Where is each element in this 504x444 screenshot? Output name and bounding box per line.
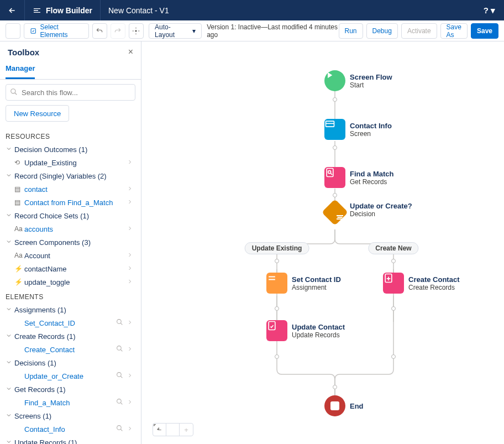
settings-button[interactable] bbox=[129, 23, 144, 39]
tree-item[interactable]: Contact_Info bbox=[6, 422, 135, 436]
node-start[interactable]: Screen Flow Start bbox=[324, 70, 392, 91]
select-elements-button[interactable]: Select Elements bbox=[24, 23, 89, 39]
debug-button[interactable]: Debug bbox=[366, 23, 398, 39]
toolbox-panel: Toolbox × Manager New Resource RESOURCES… bbox=[0, 41, 141, 444]
chevron-right-icon[interactable] bbox=[127, 158, 135, 167]
save-button[interactable]: Save bbox=[471, 23, 498, 39]
layout-mode-dropdown[interactable]: Auto-Layout ▾ bbox=[149, 23, 202, 39]
svg-point-8 bbox=[117, 399, 122, 404]
save-as-button[interactable]: Save As bbox=[440, 23, 468, 39]
back-button[interactable] bbox=[0, 0, 24, 20]
svg-rect-11 bbox=[326, 121, 334, 127]
tab-manager[interactable]: Manager bbox=[6, 59, 35, 79]
create-records-icon bbox=[383, 273, 404, 294]
tree-group[interactable]: Decision Outcomes (1) bbox=[6, 143, 135, 156]
assignment-icon bbox=[266, 273, 287, 294]
chevron-right-icon[interactable] bbox=[127, 318, 135, 327]
svg-rect-14 bbox=[269, 322, 275, 330]
tree-item[interactable]: Find_a_Match bbox=[6, 396, 135, 409]
chevron-right-icon[interactable] bbox=[127, 198, 135, 207]
node-contact-info[interactable]: Contact Info Screen bbox=[324, 119, 392, 140]
flow-name: New Contact - V1 bbox=[101, 6, 177, 15]
elements-tree: Assignments (1)Set_Contact_IDCreate Reco… bbox=[6, 303, 135, 444]
chevron-right-icon[interactable] bbox=[127, 251, 135, 260]
svg-point-3 bbox=[135, 30, 138, 32]
branch-label-update[interactable]: Update Existing bbox=[245, 242, 309, 254]
tree-item[interactable]: ⚡update_toggle bbox=[6, 275, 135, 289]
chevron-right-icon[interactable] bbox=[127, 345, 135, 354]
chevron-right-icon[interactable] bbox=[127, 372, 135, 380]
tree-item[interactable]: Aaaccounts bbox=[6, 222, 135, 236]
svg-point-9 bbox=[117, 426, 122, 430]
tree-item[interactable]: ▤contact bbox=[6, 182, 135, 196]
tree-item[interactable]: Set_Contact_ID bbox=[6, 316, 135, 330]
locate-icon[interactable] bbox=[116, 345, 123, 354]
svg-point-7 bbox=[117, 373, 122, 377]
svg-point-5 bbox=[117, 320, 122, 324]
tree-item[interactable]: Update_or_Create bbox=[6, 369, 135, 383]
decision-icon bbox=[322, 199, 348, 226]
tree-group[interactable]: Assignments (1) bbox=[6, 303, 135, 316]
toolbox-title: Toolbox bbox=[8, 48, 39, 57]
zoom-fit-button[interactable] bbox=[166, 424, 180, 436]
svg-point-13 bbox=[328, 171, 331, 174]
toggle-toolbox-button[interactable] bbox=[6, 23, 20, 39]
tree-item[interactable]: Create_Contact bbox=[6, 343, 135, 356]
zoom-controls: − + bbox=[153, 423, 193, 436]
app-header: Flow Builder New Contact - V1 ? ▾ bbox=[0, 0, 504, 20]
node-create-contact[interactable]: Create Contact Create Records bbox=[383, 273, 459, 294]
app-title: Flow Builder bbox=[25, 0, 100, 20]
chevron-right-icon[interactable] bbox=[127, 425, 135, 433]
resources-heading: RESOURCES bbox=[6, 133, 135, 140]
node-find-match[interactable]: Find a Match Get Records bbox=[324, 167, 393, 188]
search-input[interactable] bbox=[6, 84, 135, 101]
tree-item[interactable]: AaAccount bbox=[6, 249, 135, 262]
tree-group[interactable]: Screens (1) bbox=[6, 409, 135, 422]
tree-item[interactable]: ▤Contact from Find_a_Match bbox=[6, 196, 135, 209]
zoom-in-button[interactable]: + bbox=[180, 424, 193, 436]
tree-group[interactable]: Decisions (1) bbox=[6, 356, 135, 369]
chevron-right-icon[interactable] bbox=[127, 398, 135, 407]
search-icon bbox=[10, 88, 18, 97]
toolbar: Select Elements Auto-Layout ▾ Version 1:… bbox=[0, 20, 504, 41]
locate-icon[interactable] bbox=[116, 318, 123, 327]
node-set-contact-id[interactable]: Set Contact ID Assignment bbox=[266, 273, 341, 294]
svg-point-4 bbox=[11, 89, 15, 93]
chevron-right-icon[interactable] bbox=[127, 224, 135, 233]
tree-group[interactable]: Update Records (1) bbox=[6, 436, 135, 444]
undo-button[interactable] bbox=[92, 23, 107, 39]
start-icon bbox=[324, 70, 345, 91]
tree-group[interactable]: Get Records (1) bbox=[6, 383, 135, 396]
tree-group[interactable]: Record (Single) Variables (2) bbox=[6, 169, 135, 182]
chevron-down-icon: ▾ bbox=[192, 27, 196, 35]
resources-tree: Decision Outcomes (1)⟲Update_ExistingRec… bbox=[6, 143, 135, 289]
tree-group[interactable]: Create Records (1) bbox=[6, 330, 135, 343]
tree-item[interactable]: ⚡contactName bbox=[6, 262, 135, 275]
close-toolbox-button[interactable]: × bbox=[128, 47, 133, 57]
locate-icon[interactable] bbox=[116, 372, 123, 380]
chevron-right-icon[interactable] bbox=[127, 278, 135, 286]
redo-button[interactable] bbox=[111, 23, 125, 39]
svg-rect-1 bbox=[13, 28, 16, 33]
locate-icon[interactable] bbox=[116, 398, 123, 407]
tree-item[interactable]: ⟲Update_Existing bbox=[6, 156, 135, 169]
node-update-contact[interactable]: Update Contact Update Records bbox=[266, 320, 345, 341]
get-records-icon bbox=[324, 167, 345, 188]
node-decision[interactable]: Update or Create? Decision bbox=[324, 202, 412, 223]
tree-group[interactable]: Screen Components (3) bbox=[6, 236, 135, 249]
run-button[interactable]: Run bbox=[339, 23, 363, 39]
activate-button: Activate bbox=[401, 23, 437, 39]
new-resource-button[interactable]: New Resource bbox=[6, 105, 69, 122]
flow-connectors bbox=[141, 41, 504, 444]
flow-canvas[interactable]: Screen Flow Start Contact Info Screen Fi… bbox=[141, 41, 504, 444]
chevron-right-icon[interactable] bbox=[127, 185, 135, 194]
svg-point-6 bbox=[117, 346, 122, 351]
node-end[interactable]: End bbox=[324, 395, 364, 416]
locate-icon[interactable] bbox=[116, 425, 123, 433]
toolbox-tabs: Manager bbox=[0, 59, 141, 80]
chevron-right-icon[interactable] bbox=[127, 264, 135, 273]
branch-label-create[interactable]: Create New bbox=[368, 242, 418, 254]
svg-rect-0 bbox=[10, 28, 12, 33]
tree-group[interactable]: Record Choice Sets (1) bbox=[6, 209, 135, 222]
help-button[interactable]: ? ▾ bbox=[475, 6, 504, 15]
